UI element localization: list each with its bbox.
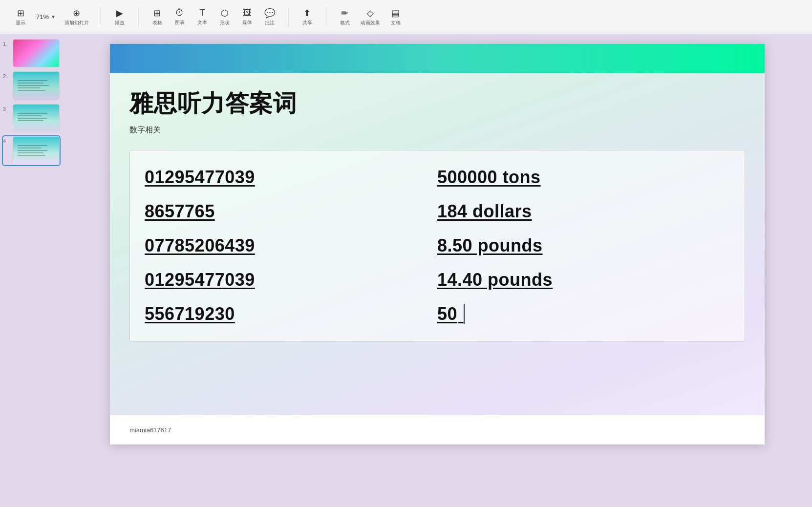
add-slide-icon: ⊕ <box>73 8 80 19</box>
share-icon: ⬆ <box>303 8 311 19</box>
toolbar-insert-group: ⊞ 表格 ⏱ 图表 T 文本 ⬡ 形状 🖼 媒体 💬 批注 <box>143 6 284 28</box>
slide-num-2: 2 <box>3 73 10 79</box>
data-value-right-1: 500000 tons <box>437 167 541 187</box>
data-cell-left-2: 8657765 <box>145 194 437 229</box>
data-cell-left-1: 01295477039 <box>145 160 437 194</box>
slide-thumb-1[interactable]: 1 <box>3 39 60 67</box>
slide-num-1: 1 <box>3 41 10 47</box>
text-icon: T <box>199 8 205 18</box>
animate-label: 动画效果 <box>361 20 380 26</box>
slide-thumb-2[interactable]: 2 <box>3 71 60 100</box>
animate-button[interactable]: ◇ 动画效果 <box>357 6 384 28</box>
main-area: 雅思听力答案词 数字相关 01295477039 500000 tons 865… <box>63 34 812 507</box>
slide-subtitle: 数字相关 <box>129 125 745 135</box>
toolbar-right-group: ✏ 格式 ◇ 动画效果 ▤ 文稿 <box>330 6 410 28</box>
slide-num-3: 3 <box>3 106 10 112</box>
format-icon: ✏ <box>341 8 348 19</box>
data-cell-left-3: 07785206439 <box>145 229 437 263</box>
data-value-left-1: 01295477039 <box>145 167 255 187</box>
display-icon: ⊞ <box>17 8 24 19</box>
zoom-level: 71% <box>36 13 49 21</box>
display-label: 显示 <box>16 20 25 26</box>
chevron-down-icon: ▼ <box>51 14 56 20</box>
data-cell-left-4: 01295477039 <box>145 263 437 297</box>
comment-icon: 💬 <box>264 8 275 19</box>
text-cursor <box>458 304 465 324</box>
slide-num-4: 4 <box>3 138 10 144</box>
chart-label: 图表 <box>175 19 185 26</box>
shape-label: 形状 <box>220 20 230 26</box>
comment-label: 批注 <box>265 20 275 26</box>
shape-button[interactable]: ⬡ 形状 <box>214 6 235 28</box>
text-button[interactable]: T 文本 <box>192 6 213 28</box>
media-label: 媒体 <box>242 19 252 26</box>
data-cell-right-2: 184 dollars <box>437 194 730 229</box>
data-grid: 01295477039 500000 tons 8657765 184 doll… <box>145 160 730 331</box>
separator-1 <box>101 7 101 27</box>
slide-preview-4 <box>13 136 60 165</box>
toolbar-display-group: ⊞ 显示 71% ▼ ⊕ 添加幻灯片 <box>6 6 97 28</box>
share-label: 共享 <box>302 20 312 26</box>
slide-thumb-4[interactable]: 4 <box>3 136 60 165</box>
data-value-right-4: 14.40 pounds <box>437 270 553 290</box>
display-button[interactable]: ⊞ 显示 <box>10 6 31 28</box>
data-cell-right-4: 14.40 pounds <box>437 263 730 297</box>
data-cell-right-1: 500000 tons <box>437 160 730 194</box>
slide-preview-1 <box>13 39 60 67</box>
slide-header-gradient <box>110 44 765 73</box>
slide-body: 雅思听力答案词 数字相关 01295477039 500000 tons 865… <box>110 73 765 415</box>
data-value-right-5-text: 50 <box>437 304 457 324</box>
slide-preview-3 <box>13 104 60 132</box>
share-button[interactable]: ⬆ 共享 <box>297 6 318 28</box>
data-cell-right-3: 8.50 pounds <box>437 229 730 263</box>
format-button[interactable]: ✏ 格式 <box>334 6 356 28</box>
data-cell-left-5: 556719230 <box>145 297 437 331</box>
slide-title: 雅思听力答案词 <box>129 88 745 119</box>
separator-2 <box>138 7 139 27</box>
add-slide-label: 添加幻灯片 <box>64 20 89 26</box>
data-value-right-2: 184 dollars <box>437 201 532 221</box>
data-value-left-5: 556719230 <box>145 304 235 324</box>
media-button[interactable]: 🖼 媒体 <box>236 6 258 28</box>
doc-button[interactable]: ▤ 文稿 <box>385 6 406 28</box>
toolbar: ⊞ 显示 71% ▼ ⊕ 添加幻灯片 ▶ 播放 ⊞ 表格 ⏱ 图表 T 文本 <box>0 0 812 34</box>
data-value-right-5: 50 <box>437 304 465 324</box>
doc-label: 文稿 <box>391 20 401 26</box>
toolbar-share-group: ⬆ 共享 <box>293 6 322 28</box>
table-label: 表格 <box>152 20 162 26</box>
slide-canvas[interactable]: 雅思听力答案词 数字相关 01295477039 500000 tons 865… <box>110 44 765 444</box>
zoom-button[interactable]: 71% ▼ <box>32 11 60 22</box>
format-label: 格式 <box>340 20 350 26</box>
table-button[interactable]: ⊞ 表格 <box>147 6 168 28</box>
table-icon: ⊞ <box>153 8 161 19</box>
data-value-left-2: 8657765 <box>145 201 215 221</box>
separator-3 <box>288 7 289 27</box>
comment-button[interactable]: 💬 批注 <box>259 6 280 28</box>
separator-4 <box>326 7 326 27</box>
media-icon: 🖼 <box>243 8 252 18</box>
doc-icon: ▤ <box>391 8 400 19</box>
slide-footer: miamia617617 <box>110 415 765 444</box>
content-box: 01295477039 500000 tons 8657765 184 doll… <box>129 150 745 341</box>
play-label: 播放 <box>115 20 125 26</box>
animate-icon: ◇ <box>367 8 374 19</box>
data-value-left-4: 01295477039 <box>145 270 255 290</box>
data-value-right-3: 8.50 pounds <box>437 235 543 255</box>
slide-preview-2 <box>13 71 60 100</box>
footer-text: miamia617617 <box>129 426 171 434</box>
chart-icon: ⏱ <box>175 8 184 18</box>
play-icon: ▶ <box>116 8 123 19</box>
text-label: 文本 <box>197 19 207 26</box>
slide-panel: 1 2 3 <box>0 34 63 507</box>
slide-thumb-3[interactable]: 3 <box>3 104 60 132</box>
play-button[interactable]: ▶ 播放 <box>109 6 130 28</box>
data-cell-right-5: 50 <box>437 297 730 331</box>
add-slide-button[interactable]: ⊕ 添加幻灯片 <box>61 6 93 28</box>
data-value-left-3: 07785206439 <box>145 235 255 255</box>
shape-icon: ⬡ <box>221 8 229 19</box>
chart-button[interactable]: ⏱ 图表 <box>169 6 191 28</box>
toolbar-play-group: ▶ 播放 <box>105 6 134 28</box>
